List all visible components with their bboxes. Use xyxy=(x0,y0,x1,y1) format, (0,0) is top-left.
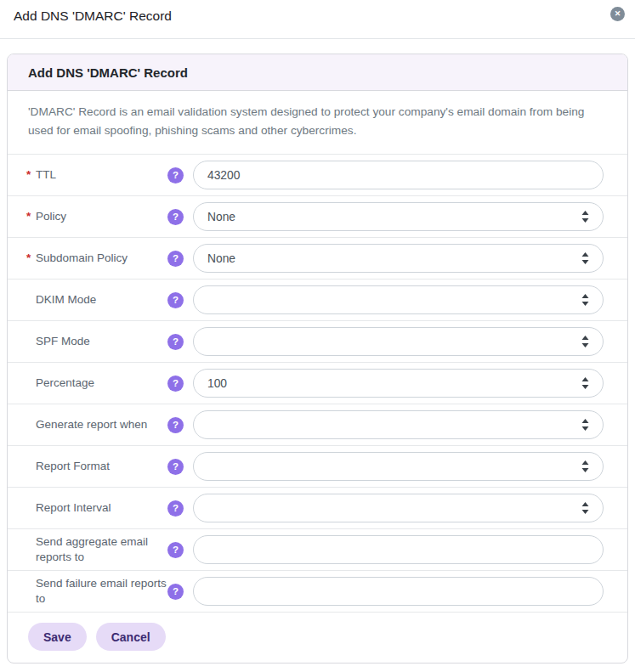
form-row-policy: * Policy ? None xyxy=(8,196,627,238)
select-arrows-icon xyxy=(581,419,589,431)
control-wrap: 100 xyxy=(193,369,604,398)
required-asterisk xyxy=(26,576,36,607)
send-failure-email-reports-to-input[interactable] xyxy=(193,577,604,606)
select-value: 100 xyxy=(207,377,581,390)
close-icon[interactable]: ✕ xyxy=(610,7,625,21)
label-cell: DKIM Mode xyxy=(26,292,167,308)
required-asterisk: * xyxy=(26,167,36,183)
select-arrows-icon xyxy=(581,377,589,389)
label-cell: Report Format xyxy=(26,459,167,474)
control-wrap xyxy=(193,161,604,189)
field-label: SPF Mode xyxy=(36,334,90,349)
field-label: Report Interval xyxy=(36,500,111,516)
label-cell: Send failure email reports to xyxy=(26,576,167,607)
field-label: Send aggregate email reports to xyxy=(36,534,167,565)
label-cell: SPF Mode xyxy=(26,334,167,349)
label-cell: Send aggregate email reports to xyxy=(26,534,167,565)
required-asterisk: * xyxy=(26,251,36,266)
help-icon[interactable]: ? xyxy=(167,167,184,184)
modal-header: Add DNS 'DMARC' Record ✕ xyxy=(0,0,635,39)
form-row-report-format: Report Format ? xyxy=(8,446,627,488)
field-label: TTL xyxy=(36,167,56,183)
control-wrap xyxy=(193,494,604,522)
ttl-input[interactable] xyxy=(193,161,604,189)
form-row-subdomain-policy: * Subdomain Policy ? None xyxy=(8,238,627,280)
form-description: 'DMARC' Record is an email validation sy… xyxy=(8,91,627,155)
help-icon[interactable]: ? xyxy=(167,376,184,392)
dkim-mode-select[interactable] xyxy=(193,285,604,314)
required-asterisk xyxy=(26,334,36,349)
percentage-select[interactable]: 100 xyxy=(193,369,604,398)
control-wrap xyxy=(193,452,604,481)
field-label: Percentage xyxy=(36,376,94,391)
field-label: Send failure email reports to xyxy=(36,576,167,607)
help-icon[interactable]: ? xyxy=(167,292,184,308)
form-rows: * TTL ? * Policy ? None * Subdomain Poli… xyxy=(8,155,627,613)
field-label: Policy xyxy=(36,209,66,224)
required-asterisk xyxy=(26,459,36,474)
help-icon[interactable]: ? xyxy=(167,500,184,517)
help-icon[interactable]: ? xyxy=(167,334,184,350)
required-asterisk: * xyxy=(26,209,36,224)
report-format-select[interactable] xyxy=(193,452,604,481)
select-arrows-icon xyxy=(581,336,589,347)
policy-select[interactable]: None xyxy=(193,202,604,231)
subdomain-policy-select[interactable]: None xyxy=(193,244,604,273)
help-icon[interactable]: ? xyxy=(167,209,184,225)
control-wrap xyxy=(193,577,604,606)
required-asterisk xyxy=(26,534,36,565)
control-wrap xyxy=(193,285,604,314)
field-label: Subdomain Policy xyxy=(36,251,128,266)
select-arrows-icon xyxy=(581,460,589,472)
help-icon[interactable]: ? xyxy=(167,459,184,475)
field-label: Report Format xyxy=(36,459,110,474)
form-row-percentage: Percentage ? 100 xyxy=(8,363,627,404)
form-row-dkim-mode: DKIM Mode ? xyxy=(8,280,627,321)
select-arrows-icon xyxy=(581,502,589,514)
select-value: None xyxy=(207,252,581,265)
dmarc-form-card: Add DNS 'DMARC' Record 'DMARC' Record is… xyxy=(7,54,628,664)
report-interval-select[interactable] xyxy=(193,494,604,522)
form-row-spf-mode: SPF Mode ? xyxy=(8,321,627,363)
generate-report-when-select[interactable] xyxy=(193,410,604,439)
send-aggregate-email-reports-to-input[interactable] xyxy=(193,535,604,564)
form-row-ttl: * TTL ? xyxy=(8,155,627,196)
required-asterisk xyxy=(26,292,36,308)
help-icon[interactable]: ? xyxy=(167,584,184,600)
required-asterisk xyxy=(26,500,36,516)
cancel-button[interactable]: Cancel xyxy=(96,623,166,651)
label-cell: Percentage xyxy=(26,376,167,391)
help-icon[interactable]: ? xyxy=(167,417,184,433)
save-button[interactable]: Save xyxy=(28,623,87,651)
control-wrap xyxy=(193,327,604,356)
select-arrows-icon xyxy=(581,294,589,306)
label-cell: * Policy xyxy=(26,209,167,224)
required-asterisk xyxy=(26,376,36,391)
control-wrap xyxy=(193,410,604,439)
spf-mode-select[interactable] xyxy=(193,327,604,356)
control-wrap: None xyxy=(193,202,604,231)
form-actions: Save Cancel xyxy=(8,613,627,663)
field-label: DKIM Mode xyxy=(36,292,96,308)
select-arrows-icon xyxy=(581,211,589,223)
select-arrows-icon xyxy=(581,252,589,264)
card-title: Add DNS 'DMARC' Record xyxy=(28,65,188,80)
control-wrap xyxy=(193,535,604,564)
help-icon[interactable]: ? xyxy=(167,542,184,558)
control-wrap: None xyxy=(193,244,604,273)
required-asterisk xyxy=(26,417,36,432)
form-row-report-interval: Report Interval ? xyxy=(8,488,627,529)
card-header: Add DNS 'DMARC' Record xyxy=(8,54,627,91)
label-cell: * TTL xyxy=(26,167,167,183)
help-icon[interactable]: ? xyxy=(167,251,184,267)
form-row-send-failure-email-reports-to: Send failure email reports to ? xyxy=(8,571,627,613)
label-cell: Generate report when xyxy=(26,417,167,432)
form-row-send-aggregate-email-reports-to: Send aggregate email reports to ? xyxy=(8,529,627,571)
select-value: None xyxy=(207,211,581,223)
field-label: Generate report when xyxy=(36,417,147,432)
modal-title: Add DNS 'DMARC' Record xyxy=(14,8,621,24)
form-row-generate-report-when: Generate report when ? xyxy=(8,404,627,446)
label-cell: * Subdomain Policy xyxy=(26,251,167,266)
label-cell: Report Interval xyxy=(26,500,167,516)
